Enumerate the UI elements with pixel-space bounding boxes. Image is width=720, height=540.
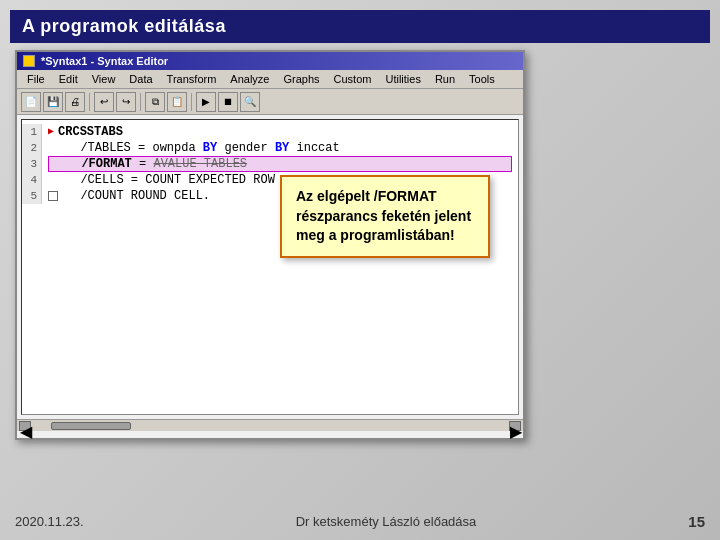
- toolbar-sep2: [140, 93, 141, 111]
- slide-title: A programok editálása: [10, 10, 710, 43]
- footer-date: 2020.11.23.: [15, 514, 84, 529]
- line2-val2: gender: [224, 141, 274, 155]
- line-num-1: 1: [26, 124, 37, 140]
- footer: 2020.11.23. Dr ketskeméty László előadás…: [15, 513, 705, 530]
- line3-text: /FORMAT = AVALUE TABLES: [67, 156, 247, 172]
- menu-view[interactable]: View: [86, 72, 122, 86]
- menu-custom[interactable]: Custom: [328, 72, 378, 86]
- line2-eq: =: [138, 141, 152, 155]
- toolbar-undo[interactable]: ↩: [94, 92, 114, 112]
- scroll-right-btn[interactable]: ▶: [509, 421, 521, 431]
- toolbar-new[interactable]: 📄: [21, 92, 41, 112]
- menu-transform[interactable]: Transform: [161, 72, 223, 86]
- toolbar: 📄 💾 🖨 ↩ ↪ ⧉ 📋 ▶ ⏹ 🔍: [17, 89, 523, 115]
- tooltip-text: Az elgépelt /FORMAT részparancs feketén …: [296, 188, 471, 243]
- toolbar-print[interactable]: 🖨: [65, 92, 85, 112]
- line5-text: /COUNT ROUND CELL.: [66, 188, 210, 204]
- line2-by2: BY: [275, 141, 289, 155]
- menu-tools[interactable]: Tools: [463, 72, 501, 86]
- line4-cmd: /CELLS: [80, 173, 123, 187]
- line-num-5: 5: [26, 188, 37, 204]
- menu-data[interactable]: Data: [123, 72, 158, 86]
- toolbar-sep1: [89, 93, 90, 111]
- code-line-2: /TABLES = ownpda BY gender BY inccat: [48, 140, 512, 156]
- line3-eq: =: [139, 157, 153, 171]
- window-titlebar: *Syntax1 - Syntax Editor: [17, 52, 523, 70]
- menu-file[interactable]: File: [21, 72, 51, 86]
- menubar: File Edit View Data Transform Analyze Gr…: [17, 70, 523, 89]
- toolbar-stop[interactable]: ⏹: [218, 92, 238, 112]
- editor-area[interactable]: 1 2 3 4 5 ▶ CRCSSTABS /TABLES =: [21, 119, 519, 415]
- toolbar-copy[interactable]: ⧉: [145, 92, 165, 112]
- code-line-1: ▶ CRCSSTABS: [48, 124, 512, 140]
- menu-utilities[interactable]: Utilities: [379, 72, 426, 86]
- slide-title-text: A programok editálása: [22, 16, 226, 36]
- line2-val3: inccat: [297, 141, 340, 155]
- line5-checkbox: [48, 191, 58, 201]
- scrollbar-horizontal[interactable]: ◀ ▶: [17, 419, 523, 431]
- scrollbar-thumb[interactable]: [51, 422, 131, 430]
- line4-eq: = COUNT EXPECTED ROW: [131, 173, 275, 187]
- line-num-4: 4: [26, 172, 37, 188]
- code-line-3: /FORMAT = AVALUE TABLES: [48, 156, 512, 172]
- line5-cmd: /COUNT ROUND CELL.: [80, 189, 210, 203]
- line2-text: /TABLES = ownpda BY gender BY inccat: [66, 140, 340, 156]
- tooltip-box: Az elgépelt /FORMAT részparancs feketén …: [280, 175, 490, 258]
- menu-edit[interactable]: Edit: [53, 72, 84, 86]
- line4-text: /CELLS = COUNT EXPECTED ROW: [66, 172, 275, 188]
- toolbar-run[interactable]: ▶: [196, 92, 216, 112]
- window-icon: [23, 55, 35, 67]
- line1-arrow: ▶: [48, 124, 54, 140]
- line2-cmd: /TABLES: [80, 141, 130, 155]
- toolbar-paste[interactable]: 📋: [167, 92, 187, 112]
- line2-by1: BY: [203, 141, 217, 155]
- footer-page: 15: [688, 513, 705, 530]
- toolbar-redo[interactable]: ↪: [116, 92, 136, 112]
- line3-cmd: /FORMAT: [81, 157, 131, 171]
- menu-analyze[interactable]: Analyze: [224, 72, 275, 86]
- footer-presenter: Dr ketskeméty László előadása: [296, 514, 477, 529]
- toolbar-search[interactable]: 🔍: [240, 92, 260, 112]
- toolbar-sep3: [191, 93, 192, 111]
- window-title: *Syntax1 - Syntax Editor: [41, 55, 168, 67]
- toolbar-save[interactable]: 💾: [43, 92, 63, 112]
- line2-val1: ownpda: [152, 141, 202, 155]
- scroll-left-btn[interactable]: ◀: [19, 421, 31, 431]
- menu-graphs[interactable]: Graphs: [277, 72, 325, 86]
- line-num-2: 2: [26, 140, 37, 156]
- menu-run[interactable]: Run: [429, 72, 461, 86]
- line-num-3: 3: [26, 156, 37, 172]
- line1-text: CRCSSTABS: [58, 124, 123, 140]
- line-numbers: 1 2 3 4 5: [22, 124, 42, 204]
- line3-val: AVALUE TABLES: [153, 157, 247, 171]
